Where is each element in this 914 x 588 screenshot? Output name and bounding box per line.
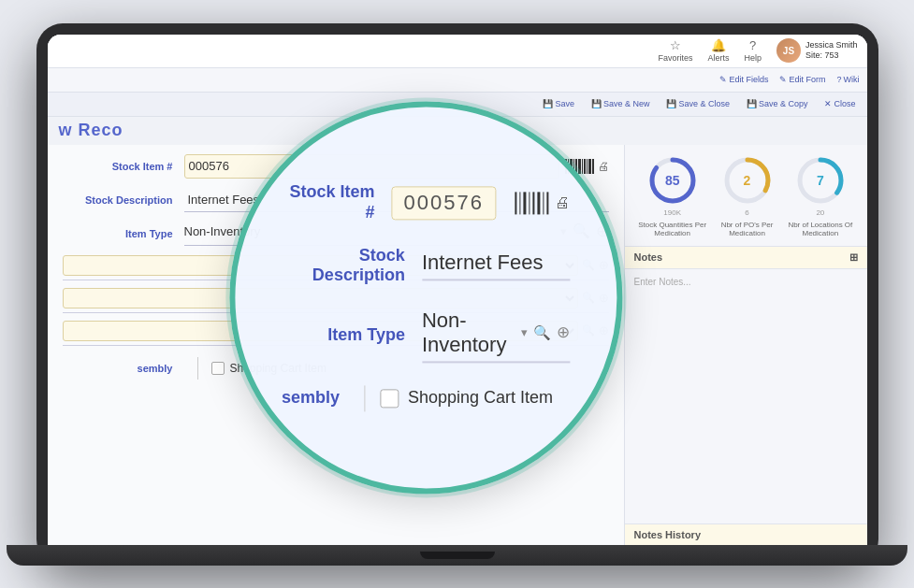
metric-locations: 7 20 Nbr of Locations Of Medication bbox=[781, 156, 859, 238]
barcode-b7 bbox=[543, 192, 544, 214]
metric-1-sub: 190K bbox=[663, 208, 681, 217]
mag-print-icon[interactable]: 🖨 bbox=[555, 194, 570, 211]
item-type-label: Item Type bbox=[63, 228, 184, 239]
mag-assembly-label: sembly bbox=[282, 389, 349, 409]
barcode-b5 bbox=[532, 192, 534, 214]
close-button[interactable]: ✕ Close bbox=[820, 97, 859, 110]
favorites-nav[interactable]: ☆ Favorites bbox=[658, 38, 692, 63]
metric-2-label: Nbr of PO's Per Medication bbox=[713, 221, 781, 238]
save-copy-button[interactable]: 💾 Save & Copy bbox=[743, 97, 812, 110]
stock-desc-label: Stock Description bbox=[63, 194, 184, 206]
alerts-nav[interactable]: 🔔 Alerts bbox=[707, 38, 729, 63]
mag-item-type-value: Non-Inventory bbox=[422, 308, 508, 357]
stock-item-label: Stock Item # bbox=[63, 161, 184, 172]
assembly-label: sembly bbox=[63, 363, 184, 374]
favorites-label: Favorites bbox=[658, 53, 692, 63]
user-name-block: Jessica Smith Site: 753 bbox=[805, 40, 858, 61]
user-name: Jessica Smith bbox=[805, 40, 858, 50]
metric-2-value: 2 bbox=[744, 173, 751, 188]
barcode-line bbox=[578, 159, 581, 174]
mag-shopping-cart-label: Shopping Cart Item bbox=[408, 389, 553, 409]
metric-1-value: 85 bbox=[665, 173, 680, 188]
edit-form-label: Edit Form bbox=[789, 75, 825, 84]
metric-3-value: 7 bbox=[817, 173, 824, 188]
metric-po: 2 6 Nbr of PO's Per Medication bbox=[713, 156, 781, 238]
mag-stock-item-wrap: 000576 🖨 bbox=[391, 186, 569, 220]
save-new-button[interactable]: 💾 Save & New bbox=[588, 97, 654, 110]
laptop-notch bbox=[420, 552, 495, 559]
save-new-icon: 💾 bbox=[591, 99, 602, 108]
notes-header: Notes ⊞ bbox=[625, 247, 867, 269]
save-icon: 💾 bbox=[543, 99, 553, 108]
help-nav[interactable]: ? Help bbox=[744, 38, 762, 63]
save-copy-label: Save & Copy bbox=[759, 99, 808, 108]
wiki-button[interactable]: ? Wiki bbox=[836, 75, 859, 84]
save-copy-icon: 💾 bbox=[747, 99, 757, 108]
notes-history: Notes History bbox=[625, 523, 867, 545]
edit-fields-button[interactable]: ✎ Edit Fields bbox=[719, 75, 768, 84]
laptop-base bbox=[7, 545, 908, 566]
metric-stock-quantities: 85 190K Stock Quantities Per Medication bbox=[632, 156, 713, 238]
barcode-b3 bbox=[523, 192, 526, 214]
metric-circle-3: 7 bbox=[796, 156, 845, 205]
magnify-circle: Stock Item # 000576 🖨 bbox=[229, 101, 622, 494]
separator bbox=[197, 357, 198, 380]
notes-body: Enter Notes... bbox=[625, 269, 867, 523]
mag-search-icon[interactable]: 🔍 bbox=[533, 324, 551, 341]
wiki-label: Wiki bbox=[844, 75, 860, 84]
pencil-icon: ✎ bbox=[719, 75, 727, 84]
bell-icon: 🔔 bbox=[711, 38, 726, 52]
mag-add-icon[interactable]: ⊕ bbox=[557, 323, 570, 343]
shopping-cart-checkbox[interactable] bbox=[211, 362, 225, 375]
metric-circle-1: 85 bbox=[648, 156, 697, 205]
save-close-label: Save & Close bbox=[678, 99, 730, 108]
mag-stock-desc-wrap: Internet Fees bbox=[422, 251, 570, 280]
notes-section: Notes ⊞ Enter Notes... Notes History bbox=[625, 247, 867, 545]
mag-stock-item-input[interactable]: 000576 bbox=[391, 186, 495, 220]
save-button[interactable]: 💾 Save bbox=[539, 97, 578, 110]
avatar: JS bbox=[776, 38, 801, 63]
barcode-line bbox=[582, 159, 583, 174]
notes-placeholder: Enter Notes... bbox=[634, 277, 691, 287]
mag-barcode: 🖨 bbox=[515, 192, 570, 214]
edit-fields-label: Edit Fields bbox=[729, 75, 768, 84]
save-close-button[interactable]: 💾 Save & Close bbox=[662, 97, 733, 110]
close-icon: ✕ bbox=[824, 99, 832, 108]
barcode-line bbox=[584, 159, 586, 174]
save-new-label: Save & New bbox=[603, 99, 650, 108]
mag-assembly-row: sembly Shopping Cart Item bbox=[282, 385, 570, 411]
edit-form-button[interactable]: ✎ Edit Form bbox=[779, 75, 825, 84]
page-title: w Reco bbox=[59, 121, 123, 140]
metrics-row: 85 190K Stock Quantities Per Medication bbox=[625, 145, 867, 247]
metric-3-sub: 20 bbox=[816, 208, 824, 217]
save-label: Save bbox=[555, 99, 574, 108]
barcode-line bbox=[587, 159, 588, 174]
barcode-line bbox=[592, 159, 594, 174]
mag-stock-desc-value: Internet Fees bbox=[422, 251, 544, 275]
barcode-b1 bbox=[515, 192, 516, 214]
metric-1-label: Stock Quantities Per Medication bbox=[632, 221, 713, 238]
barcode-b4 bbox=[529, 192, 530, 214]
wiki-icon: ? bbox=[836, 75, 841, 84]
print-icon[interactable]: 🖨 bbox=[598, 160, 609, 173]
barcode-line bbox=[588, 159, 591, 174]
star-icon: ☆ bbox=[670, 38, 681, 52]
mag-separator bbox=[364, 385, 365, 411]
notes-history-label: Notes History bbox=[634, 529, 702, 540]
user-info[interactable]: JS Jessica Smith Site: 753 bbox=[776, 38, 858, 63]
form-icon: ✎ bbox=[779, 75, 787, 84]
laptop-shell: ☆ Favorites 🔔 Alerts ? Help JS Jessica S… bbox=[36, 23, 878, 566]
notes-expand-icon[interactable]: ⊞ bbox=[849, 251, 858, 264]
mag-item-type-row: Item Type Non-Inventory ▾ 🔍 ⊕ bbox=[282, 308, 570, 363]
mag-stock-desc-row: StockDescription Internet Fees bbox=[282, 246, 570, 286]
mag-item-type-label: Item Type bbox=[282, 325, 422, 346]
user-id: Site: 753 bbox=[805, 50, 858, 61]
app-container: ☆ Favorites 🔔 Alerts ? Help JS Jessica S… bbox=[48, 35, 867, 545]
barcode-b2 bbox=[519, 192, 520, 214]
metric-2-sub: 6 bbox=[745, 208, 748, 217]
top-bar: ☆ Favorites 🔔 Alerts ? Help JS Jessica S… bbox=[48, 35, 867, 68]
mag-shopping-cart-checkbox[interactable] bbox=[380, 389, 399, 408]
close-label: Close bbox=[834, 99, 855, 108]
notes-title: Notes bbox=[634, 251, 663, 263]
mag-dropdown-arrow-icon[interactable]: ▾ bbox=[521, 326, 528, 340]
